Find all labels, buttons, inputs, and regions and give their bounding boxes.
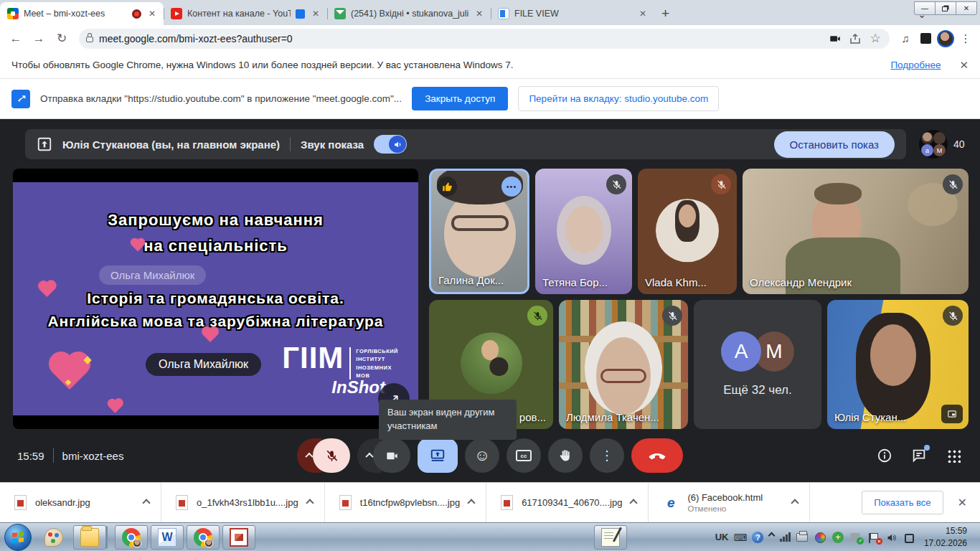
language-indicator[interactable]: UK [715,532,729,542]
chat-icon[interactable] [910,446,928,465]
extension-icon[interactable] [917,30,934,47]
clock-time: 15:59 [17,450,44,462]
window-close-button[interactable]: ✕ [956,1,977,15]
start-button[interactable] [4,524,32,551]
download-item[interactable]: o_1fvkh43rs1lbb1u....jpg [161,483,325,522]
download-item[interactable]: t16tncfpw8pvlebsn....jpg [325,483,486,522]
color-utility-icon[interactable] [814,531,826,543]
heart-decoration [108,400,121,413]
download-menu-chevron[interactable] [306,499,314,507]
clock-time: 15:59 [924,525,967,537]
participant-tile-galyna[interactable]: ••• Галина Док... [429,169,529,294]
taskbar-journal-button[interactable] [594,525,627,550]
tab-title: (2541) Вхідні • stukanova_julia@ [351,9,468,19]
participant-tile-oleksandr[interactable]: Олександр Мендрик [743,169,969,294]
download-item[interactable]: oleksandr.jpg [0,483,161,522]
taskbar-word-button[interactable]: W [151,525,184,550]
profile-avatar[interactable] [937,30,954,47]
presentation-tile[interactable]: Запрошуємо на навчання на спеціальність … [13,169,418,429]
captions-button[interactable]: cc [507,438,541,473]
reactions-button[interactable]: ☺ [465,438,499,473]
word-icon: W [158,528,176,547]
participant-tile-vlada[interactable]: Vlada Khm... [638,169,737,294]
show-all-downloads-button[interactable]: Показать все [862,491,943,514]
meeting-details-icon[interactable] [875,446,894,465]
taskbar-clock[interactable]: 15:59 17.02.2026 [921,525,973,548]
participants-avatar-cluster[interactable]: a M [919,130,948,159]
participant-tile-tetiana[interactable]: Тетяна Бор... [535,169,632,294]
end-call-button[interactable] [631,438,683,473]
tab-file-view[interactable]: FILE VIEW ✕ [491,2,654,25]
taskbar-chrome-button-1[interactable] [115,525,148,550]
participant-tile-liudmyla[interactable]: Людмила Ткачен... [559,300,688,429]
keyboard-icon[interactable]: ⌨ [734,531,746,543]
presentation-sound-toggle[interactable] [374,135,407,154]
image-file-icon [176,495,188,510]
usb-device-icon[interactable] [849,531,862,543]
stop-presenting-button[interactable]: Остановить показ [774,131,895,158]
meeting-code: bmi-xozt-ees [62,450,124,462]
back-icon[interactable]: ← [6,29,26,49]
switch-to-tab-button[interactable]: Перейти на вкладку: studio.youtube.com [518,86,719,111]
participant-tile-yuliia[interactable]: Юлія Стукан... [827,300,969,429]
download-item[interactable]: 617109341_40670....jpg [486,483,649,522]
action-center-flag-icon[interactable]: ✕ [867,531,880,543]
window-minimize-button[interactable]: — [914,1,936,15]
signal-strength-icon[interactable] [780,532,791,542]
help-icon[interactable]: ? [752,532,763,543]
learn-more-link[interactable]: Подробнее [890,60,941,70]
download-menu-chevron[interactable] [630,499,638,507]
camera-button[interactable] [373,438,410,473]
presenter-strip: Юлія Стуканова (вы, на главном экране) З… [25,129,906,159]
hidden-icons-chevron[interactable] [768,532,776,540]
lock-icon [86,37,93,42]
tab-youtube[interactable]: Контент на канале - YouTub ✕ [164,2,327,25]
volume-icon[interactable] [885,531,897,543]
restore-icon [942,6,948,11]
internet-explorer-icon: e [663,495,679,511]
tab-close-icon[interactable]: ✕ [637,8,649,19]
picture-in-picture-icon[interactable] [941,405,963,423]
mic-mute-button[interactable] [313,438,350,473]
downloads-close-icon[interactable]: ✕ [958,496,967,509]
taskbar-chrome-button-2[interactable] [187,525,220,550]
download-menu-chevron[interactable] [467,499,475,507]
reload-icon[interactable]: ↻ [52,29,72,49]
present-screen-button[interactable] [418,438,458,473]
share-icon[interactable] [848,32,862,46]
download-item[interactable]: e (6) Facebook.html Отменено [649,483,810,522]
tab-close-icon[interactable]: ✕ [310,8,321,19]
mail-favicon [334,8,346,19]
infobar-close-icon[interactable]: ✕ [959,59,969,72]
activities-grid-icon[interactable] [944,446,963,465]
tile-menu-button[interactable]: ••• [501,176,522,197]
taskbar-paint-button[interactable] [37,525,70,550]
divider [290,137,291,151]
bookmark-star-icon[interactable]: ☆ [868,32,882,46]
taskbar-picture-manager-button[interactable] [222,525,255,550]
tab-close-icon[interactable]: ✕ [473,8,485,19]
tab-mail[interactable]: (2541) Вхідні • stukanova_julia@ ✕ [327,2,491,25]
tab-close-icon[interactable]: ✕ [146,8,158,19]
download-menu-chevron[interactable] [142,499,150,507]
more-options-button[interactable]: ⋮ [590,438,624,473]
taskbar-explorer-button[interactable] [73,525,106,550]
raise-hand-button[interactable] [548,438,583,473]
network-plug-icon[interactable] [903,531,915,543]
printer-icon[interactable] [796,531,809,543]
window-restore-button[interactable] [935,1,956,15]
address-bar[interactable]: meet.google.com/bmi-xozt-ees?authuser=0 … [79,29,890,49]
media-camera-icon[interactable] [828,32,842,46]
new-tab-button[interactable]: + [661,6,669,22]
update-plus-icon[interactable]: + [832,532,844,543]
forward-icon[interactable]: → [29,29,49,49]
mic-off-badge [943,306,963,326]
tab-meet[interactable]: Meet – bmi-xozt-ees ✕ [0,2,164,25]
url-text[interactable]: meet.google.com/bmi-xozt-ees?authuser=0 [99,33,822,44]
download-menu-chevron[interactable] [791,499,799,507]
system-tray: UK ⌨ ? + ✕ 15:59 17.02.2026 [715,525,977,548]
more-participants-tile[interactable]: A M Ещё 32 чел. [694,300,821,429]
browser-menu-icon[interactable]: ⋮ [957,30,974,47]
playlist-extension-icon[interactable]: ♫ [897,30,914,47]
stop-sharing-button[interactable]: Закрыть доступ [412,87,508,110]
